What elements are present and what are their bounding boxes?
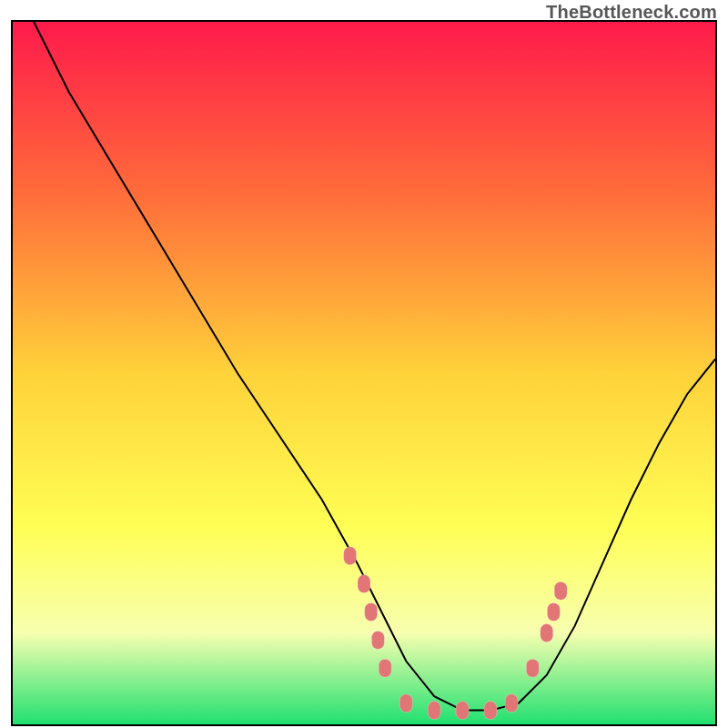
chart-background — [13, 22, 715, 724]
curve-marker — [484, 702, 497, 720]
curve-marker — [526, 659, 539, 677]
curve-marker — [505, 694, 518, 713]
curve-marker — [379, 659, 391, 677]
curve-marker — [358, 575, 370, 593]
curve-marker — [399, 694, 412, 713]
chart-frame — [11, 20, 717, 726]
bottleneck-chart — [13, 22, 715, 724]
curve-marker — [541, 624, 553, 642]
curve-marker — [344, 547, 357, 565]
curve-marker — [547, 603, 560, 622]
curve-marker — [371, 631, 384, 649]
curve-marker — [554, 581, 567, 600]
curve-marker — [428, 702, 440, 720]
curve-marker — [456, 702, 469, 720]
curve-marker — [365, 603, 378, 622]
